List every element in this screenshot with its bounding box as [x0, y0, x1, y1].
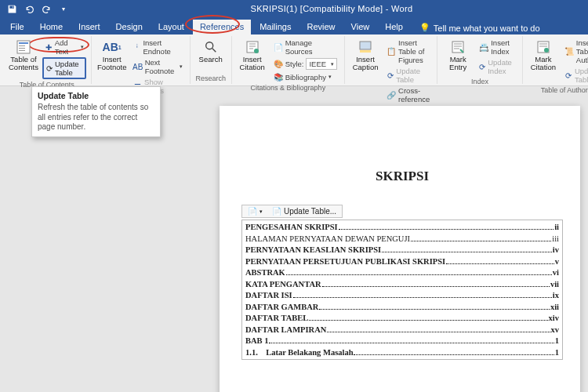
insert-footnote-button[interactable]: AB1 Insert Footnote	[96, 38, 128, 73]
update-index-icon: ⟳	[479, 62, 485, 71]
toc-field-update-button[interactable]: 📄Update Table...	[270, 207, 339, 216]
tell-me-search[interactable]: 💡 Tell me what you want to do	[412, 23, 548, 34]
save-icon[interactable]	[5, 2, 19, 16]
mark-citation-button[interactable]: Mark Citation	[528, 38, 559, 73]
tab-help[interactable]: Help	[378, 20, 410, 34]
toc-entry-page: ix	[553, 291, 559, 299]
toc-leader-dots	[309, 320, 547, 321]
toc-entry[interactable]: DAFTAR GAMBARxii	[245, 303, 559, 314]
update-index-button[interactable]: ⟳Update Index	[477, 57, 517, 76]
toc-entry[interactable]: DAFTAR LAMPIRANxv	[245, 325, 559, 337]
toc-entry-page: iv	[553, 245, 559, 254]
captions-update-button[interactable]: ⟳Update Table	[384, 66, 432, 85]
tooltip-title: Update Table	[38, 91, 154, 100]
toc-entry-text: ABSTRAK	[245, 268, 285, 277]
update-index-label: Update Index	[488, 58, 515, 75]
tab-view[interactable]: View	[344, 20, 377, 34]
tab-mailings[interactable]: Mailings	[252, 20, 298, 34]
toc-entry-page: iii	[552, 234, 559, 243]
toc-entry[interactable]: HALAMAN PERNYATAAN DEWAN PENGUJIiii	[245, 234, 559, 246]
citation-icon	[245, 39, 260, 55]
tab-design[interactable]: Design	[109, 20, 150, 34]
doc-title: SKRIPSI	[241, 169, 563, 184]
insert-tof-label: Insert Table of Figures	[398, 38, 430, 64]
update-table-button[interactable]: ⟳Update Table	[42, 57, 86, 79]
toa-update-icon: ⟳	[564, 71, 572, 80]
svg-rect-9	[360, 50, 371, 53]
toc-entry[interactable]: PERNYATAAN KEASLIAN SKRIPSIiv	[245, 245, 559, 257]
toc-leader-dots	[446, 263, 554, 264]
bibliography-label: Bibliography	[285, 73, 326, 82]
insert-citation-label: Insert Citation	[240, 56, 265, 71]
toc-icon	[16, 39, 31, 55]
add-text-button[interactable]: ✚Add Text▾	[42, 38, 86, 56]
manage-sources-button[interactable]: 📄Manage Sources	[271, 38, 339, 56]
tab-references[interactable]: References	[193, 20, 251, 34]
document-page[interactable]: SKRIPSI 📄▾ 📄Update Table... PENGESAHAN S…	[220, 106, 580, 392]
footnote-icon: AB1	[104, 39, 120, 55]
tab-file[interactable]: File	[3, 20, 31, 34]
insert-index-button[interactable]: 📇Insert Index	[477, 38, 517, 56]
next-footnote-icon: AB	[133, 62, 143, 71]
mark-entry-icon	[450, 39, 466, 55]
tab-insert[interactable]: Insert	[71, 20, 107, 34]
undo-icon[interactable]	[22, 2, 36, 16]
manage-sources-label: Manage Sources	[285, 38, 337, 56]
lightbulb-icon: 💡	[419, 23, 430, 33]
svg-rect-4	[19, 50, 25, 51]
svg-rect-3	[19, 48, 25, 49]
tell-me-label: Tell me what you want to do	[434, 24, 540, 33]
toc-entry-page: vi	[553, 268, 559, 277]
ribbon-tabs: File Home Insert Design Layout Reference…	[0, 17, 588, 34]
style-icon: 🎨	[274, 60, 283, 69]
toc-entry-text: HALAMAN PERNYATAAN DEWAN PENGUJI	[245, 234, 410, 243]
toc-entry-text: DAFTAR ISI	[245, 291, 292, 299]
mark-citation-icon	[535, 39, 551, 55]
window-title: SKRIPSI(1) [Compatibility Mode] - Word	[75, 4, 588, 13]
redo-icon[interactable]	[39, 2, 53, 16]
search-button[interactable]: Search	[195, 38, 227, 65]
toc-entry[interactable]: 1.1. Latar Belakang Masalah1	[245, 348, 559, 360]
svg-rect-2	[19, 45, 25, 46]
toc-update-label: Update Table...	[284, 207, 336, 216]
svg-point-12	[544, 48, 549, 53]
toc-entry[interactable]: PENGESAHAN SKRIPSIii	[245, 223, 559, 234]
table-of-contents-field[interactable]: PENGESAHAN SKRIPSIiiHALAMAN PERNYATAAN D…	[241, 220, 563, 360]
tooltip-body: Refresh the table of contents so all ent…	[38, 103, 154, 132]
toc-entry-page: xv	[551, 325, 560, 334]
toc-entry-page: xiv	[549, 314, 559, 322]
toc-entry-text: KATA PENGANTAR	[245, 280, 321, 289]
group-captions: Insert Caption 📋Insert Table of Figures …	[344, 36, 437, 84]
insert-toa-button[interactable]: 📜Insert Table of Authorities	[562, 38, 588, 65]
insert-citation-button[interactable]: Insert Citation	[237, 38, 268, 73]
toc-entry[interactable]: DAFTAR TABELxiv	[245, 314, 559, 325]
style-dropdown[interactable]: IEEE▾	[306, 58, 337, 70]
toc-entry[interactable]: ABSTRAKvi	[245, 268, 559, 280]
svg-point-5	[205, 42, 212, 49]
toc-entry-page: xii	[550, 303, 559, 311]
toc-entry-text: PERNYATAAN PERSETUJUAN PUBLIKASI SKRIPSI	[245, 257, 445, 266]
tab-home[interactable]: Home	[33, 20, 70, 34]
mark-entry-button[interactable]: Mark Entry	[442, 38, 474, 73]
tab-layout[interactable]: Layout	[151, 20, 191, 34]
tab-review[interactable]: Review	[300, 20, 343, 34]
bibliography-button[interactable]: 📚Bibliography▾	[271, 71, 339, 82]
toc-entry-page: 1	[555, 336, 559, 345]
qat-customize-icon[interactable]: ▾	[56, 2, 71, 16]
insert-tof-button[interactable]: 📋Insert Table of Figures	[384, 38, 432, 65]
toc-leader-dots	[269, 343, 554, 343]
toc-entry[interactable]: BAB 11	[245, 336, 559, 348]
toc-field-options-button[interactable]: 📄▾	[245, 207, 265, 216]
quick-access-toolbar: ▾	[0, 0, 75, 17]
toc-entry[interactable]: DAFTAR ISIix	[245, 291, 559, 303]
table-of-contents-button[interactable]: Table of Contents	[8, 38, 39, 73]
toc-entry[interactable]: PERNYATAAN PERSETUJUAN PUBLIKASI SKRIPSI…	[245, 257, 559, 269]
insert-endnote-button[interactable]: ⁱInsert Endnote	[131, 38, 185, 56]
insert-caption-button[interactable]: Insert Caption	[350, 38, 381, 73]
style-selector[interactable]: 🎨 Style: IEEE▾	[271, 57, 339, 71]
toc-leader-dots	[319, 309, 549, 310]
toc-entry[interactable]: KATA PENGANTARvii	[245, 280, 559, 292]
toa-update-button[interactable]: ⟳Update Table	[562, 66, 588, 85]
caption-icon	[358, 39, 373, 55]
next-footnote-button[interactable]: ABNext Footnote▾	[131, 57, 185, 76]
